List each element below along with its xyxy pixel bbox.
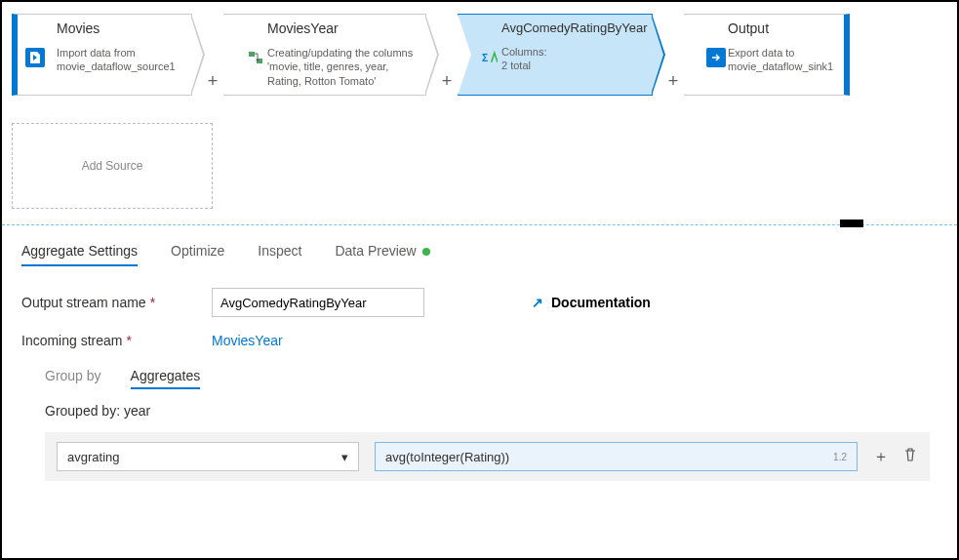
dataflow-canvas[interactable]: Movies Import data from movie_dataflow_s… <box>2 2 957 96</box>
output-stream-input[interactable] <box>212 288 424 317</box>
external-link-icon: ↗ <box>532 295 543 310</box>
subtab-aggregates[interactable]: Aggregates <box>131 364 201 389</box>
preview-status-dot <box>422 248 430 256</box>
node-desc: Import data from movie_dataflow_source1 <box>57 46 180 74</box>
node-title: Movies <box>57 20 180 36</box>
add-step-button[interactable]: + <box>438 71 456 96</box>
documentation-link[interactable]: ↗ Documentation <box>532 295 651 310</box>
chevron-down-icon: ▾ <box>341 450 348 464</box>
aggregate-expression-input[interactable]: avg(toInteger(Rating)) 1.2 <box>375 442 858 471</box>
node-movies[interactable]: Movies Import data from movie_dataflow_s… <box>12 14 192 96</box>
aggregate-subtabs: Group by Aggregates <box>45 364 938 389</box>
tab-inspect[interactable]: Inspect <box>258 237 301 266</box>
settings-tabs: Aggregate Settings Optimize Inspect Data… <box>21 237 938 266</box>
incoming-stream-value[interactable]: MoviesYear <box>212 333 283 348</box>
node-title: MoviesYear <box>267 20 414 36</box>
node-moviesyear[interactable]: MoviesYear Creating/updating the columns… <box>223 14 426 96</box>
type-hint: 1.2 <box>833 452 847 462</box>
svg-rect-0 <box>249 52 255 57</box>
tab-optimize[interactable]: Optimize <box>171 237 224 266</box>
aggregate-row: avgrating ▾ avg(toInteger(Rating)) 1.2 ＋ <box>45 432 930 481</box>
add-aggregate-button[interactable]: ＋ <box>873 447 889 467</box>
add-step-button[interactable]: + <box>204 71 221 96</box>
add-source-label: Add Source <box>82 159 143 173</box>
settings-panel: Aggregate Settings Optimize Inspect Data… <box>2 225 957 481</box>
add-source-button[interactable]: Add Source <box>12 123 213 209</box>
add-step-button[interactable]: + <box>664 71 682 96</box>
derived-column-icon <box>246 48 265 67</box>
resize-grip[interactable] <box>840 220 863 227</box>
delete-aggregate-button[interactable] <box>902 447 918 467</box>
node-desc: Creating/updating the columns 'movie, ti… <box>267 46 414 88</box>
node-output[interactable]: Output Export data to movie_dataflow_sin… <box>684 14 850 96</box>
trash-icon <box>902 447 918 462</box>
node-title: AvgComedyRatingByYear <box>501 20 640 35</box>
source-icon <box>25 48 45 67</box>
panel-divider[interactable] <box>2 224 957 225</box>
incoming-stream-label: Incoming stream* <box>21 333 212 348</box>
node-avgcomedyratingbyyear[interactable]: Σ AvgComedyRatingByYear Columns: 2 total <box>458 14 653 96</box>
node-desc: Columns: 2 total <box>501 45 640 73</box>
aggregate-icon: Σ <box>480 48 499 67</box>
tab-data-preview[interactable]: Data Preview <box>335 237 429 266</box>
output-stream-label: Output stream name* <box>21 295 212 310</box>
tab-aggregate-settings[interactable]: Aggregate Settings <box>21 237 138 266</box>
node-desc: Export data to movie_dataflow_sink1 <box>728 46 832 74</box>
aggregate-column-select[interactable]: avgrating ▾ <box>57 442 359 471</box>
sink-icon <box>706 48 726 67</box>
svg-text:Σ: Σ <box>482 53 488 63</box>
subtab-groupby[interactable]: Group by <box>45 364 101 389</box>
grouped-by-summary: Grouped by: year <box>45 403 938 419</box>
node-title: Output <box>728 20 832 36</box>
